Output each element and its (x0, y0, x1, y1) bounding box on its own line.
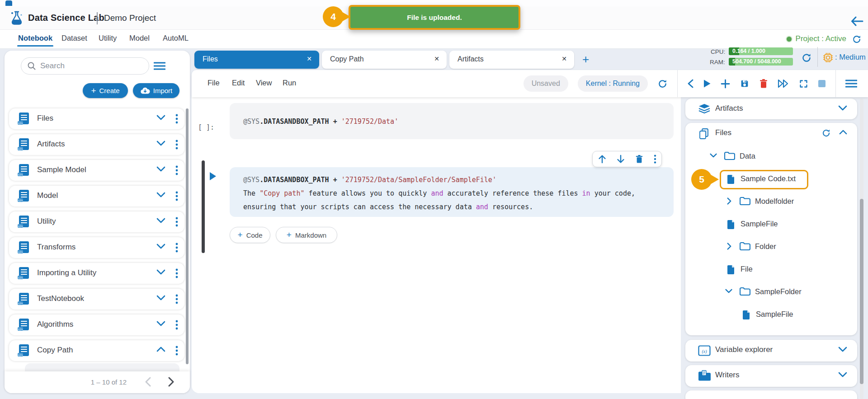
stop-icon[interactable] (818, 80, 826, 88)
writers-panel[interactable]: Writers (685, 365, 857, 387)
new-tab-button[interactable]: + (582, 53, 589, 65)
chevron-down-icon[interactable] (710, 153, 717, 158)
chevron-down-icon[interactable] (156, 244, 165, 249)
tree-folder-data[interactable]: Data (685, 146, 857, 168)
run-all-icon[interactable] (778, 79, 789, 88)
nav-tab-automl[interactable]: AutoML (163, 34, 189, 42)
tree-file-file[interactable]: File (685, 258, 857, 281)
sidebar-item-sample-model[interactable]: </> Sample Model (9, 160, 184, 181)
chevron-down-icon[interactable] (156, 218, 165, 223)
sidebar-item-files[interactable]: </> Files (9, 108, 184, 129)
kebab-icon[interactable] (175, 243, 178, 253)
menu-file[interactable]: File (208, 79, 220, 87)
chevron-down-icon[interactable] (156, 166, 165, 172)
move-cell-down-icon[interactable] (617, 155, 625, 164)
right-panel-scrollbar-thumb[interactable] (860, 199, 863, 384)
add-markdown-button[interactable]: + Markdown (276, 227, 337, 243)
chevron-down-icon[interactable] (156, 141, 165, 146)
kebab-icon[interactable] (175, 191, 178, 201)
chevron-left-icon[interactable] (687, 79, 693, 88)
tree-folder-folder[interactable]: Folder (685, 236, 857, 258)
sidebar-item-utility[interactable]: </> Utility (9, 211, 184, 232)
play-icon[interactable] (210, 172, 216, 180)
close-icon[interactable]: ✕ (561, 55, 567, 62)
sidebar-item-importing-a-utility[interactable]: </> Importing a Utility (9, 263, 184, 284)
chevron-right-icon[interactable] (168, 377, 175, 387)
trash-icon[interactable] (635, 155, 643, 164)
refresh-icon[interactable] (801, 52, 812, 63)
close-icon[interactable]: ✕ (434, 55, 439, 62)
chevron-down-icon[interactable] (838, 372, 847, 377)
kebab-icon[interactable] (175, 165, 178, 175)
chevron-down-icon[interactable] (156, 295, 165, 300)
sidebar-item-transforms[interactable]: </> Transforms (9, 237, 184, 258)
chevron-down-icon[interactable] (156, 269, 165, 275)
nav-tab-model[interactable]: Model (129, 34, 150, 42)
chevron-up-icon[interactable] (839, 130, 847, 135)
sidebar-scrollbar[interactable] (186, 108, 189, 364)
add-code-button[interactable]: + Code (230, 227, 270, 243)
doc-tab-files[interactable]: Files ✕ (194, 51, 319, 69)
sidebar-item-label: Utility (37, 217, 56, 226)
chevron-down-icon[interactable] (156, 192, 165, 197)
close-icon[interactable]: ✕ (307, 55, 312, 62)
chevron-down-icon[interactable] (838, 347, 847, 352)
chevron-up-icon[interactable] (156, 347, 165, 352)
chevron-down-icon[interactable] (725, 289, 732, 293)
create-button[interactable]: + Create (83, 83, 128, 98)
menu-edit[interactable]: Edit (232, 79, 245, 87)
menu-icon[interactable] (154, 62, 165, 70)
tree-file-samplefile-nested[interactable]: SampleFile (685, 304, 857, 326)
kebab-icon[interactable] (175, 140, 178, 150)
chevron-down-icon[interactable] (838, 105, 847, 111)
kebab-icon[interactable] (175, 294, 178, 304)
tree-folder-samplefolder[interactable]: SampleFolder (685, 281, 857, 304)
refresh-icon[interactable] (821, 128, 831, 138)
doc-tab-copy-path[interactable]: Copy Path ✕ (322, 51, 447, 69)
chevron-right-icon[interactable] (727, 197, 731, 205)
kebab-icon[interactable] (175, 268, 178, 278)
chevron-down-icon[interactable] (156, 115, 165, 120)
nav-tab-notebook[interactable]: Notebook (18, 34, 52, 42)
kebab-icon[interactable] (175, 320, 178, 330)
delete-cell-icon[interactable] (759, 79, 768, 89)
kebab-icon[interactable] (175, 346, 178, 356)
nav-tab-utility[interactable]: Utility (99, 34, 117, 42)
move-cell-up-icon[interactable] (598, 155, 606, 164)
code-cell-1[interactable]: @SYS.DATASANDBOX_PATH + '2719752/Data' (230, 103, 674, 139)
search-icon (27, 61, 36, 70)
chevron-right-icon[interactable] (727, 243, 731, 250)
sidebar-item-testnotebook[interactable]: </> TestNotebook (9, 289, 184, 310)
sidebar-item-artifacts[interactable]: </> Artifacts (9, 134, 184, 155)
nav-tab-dataset[interactable]: Dataset (61, 34, 87, 42)
menu-icon[interactable] (845, 80, 857, 88)
sidebar-item-copy-path[interactable]: </> Copy Path (9, 340, 184, 361)
kebab-icon[interactable] (654, 155, 656, 164)
artifacts-panel[interactable]: Artifacts (685, 99, 857, 119)
code-cell-2-selected[interactable]: @SYS.DATASANDBOX_PATH + '2719752/Data/Sa… (230, 167, 674, 217)
kebab-icon[interactable] (175, 217, 178, 227)
files-panel-header[interactable]: Files (685, 123, 857, 144)
tree-label: SampleFile (741, 220, 778, 228)
doc-tab-artifacts[interactable]: Artifacts ✕ (449, 51, 574, 69)
back-arrow-icon[interactable] (851, 16, 863, 26)
refresh-icon[interactable] (852, 34, 862, 44)
chevron-left-icon[interactable] (145, 377, 151, 387)
sidebar-item-algorithms[interactable]: </> Algorithms (9, 315, 184, 335)
tree-folder-modelfolder[interactable]: Modelfolder (685, 191, 857, 213)
sidebar-item-model[interactable]: </> Model (9, 186, 184, 207)
search-input[interactable] (40, 59, 144, 73)
chevron-down-icon[interactable] (156, 321, 165, 326)
instance-size-label: : Medium (835, 53, 866, 61)
import-button[interactable]: Import (133, 83, 179, 98)
save-icon[interactable] (740, 79, 750, 89)
variable-explorer-panel[interactable]: (x) Variable explorer (685, 340, 857, 361)
tree-file-samplefile[interactable]: SampleFile (685, 213, 857, 236)
menu-view[interactable]: View (256, 79, 272, 87)
refresh-kernel-icon[interactable] (657, 79, 668, 89)
menu-run[interactable]: Run (283, 79, 296, 87)
add-cell-icon[interactable] (721, 79, 730, 89)
fullscreen-icon[interactable] (799, 79, 808, 89)
kebab-icon[interactable] (175, 114, 178, 124)
run-cell-icon[interactable] (703, 79, 711, 88)
